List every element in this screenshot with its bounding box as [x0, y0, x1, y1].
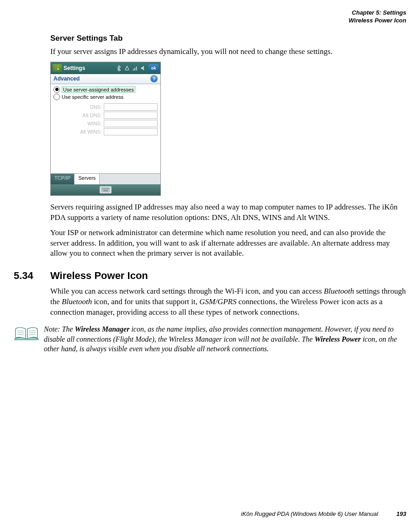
section-534-para: While you can access network card settin… [50, 286, 406, 318]
section-title: Wireless Power Icon [50, 270, 148, 282]
radio-icon [53, 94, 60, 100]
alt-wins-field-row: Alt WINS: [53, 128, 158, 135]
svg-rect-3 [57, 68, 59, 70]
alt-dns-label: Alt DNS: [76, 113, 102, 118]
server-settings-para2: Servers requiring assigned IP addresses … [50, 202, 406, 223]
svg-rect-7 [101, 188, 110, 192]
svg-rect-9 [104, 188, 105, 189]
svg-rect-8 [102, 188, 103, 189]
radio-server-assigned[interactable]: Use server-assigned addresses [53, 86, 158, 93]
svg-rect-10 [105, 188, 106, 189]
bluetooth-icon[interactable] [116, 65, 122, 71]
tray-icons [116, 65, 147, 71]
server-settings-para3: Your ISP or network administrator can de… [50, 228, 406, 259]
connection-icon[interactable] [124, 65, 130, 71]
bluetooth-term: Bluetooth [324, 287, 354, 295]
svg-rect-5 [134, 68, 135, 70]
settings-screenshot: Settings ok Advanced ? Use server-assign… [50, 62, 161, 196]
nb1: Wireless Manager [75, 325, 130, 333]
settings-body: Use server-assigned addresses Use specif… [51, 84, 160, 173]
svg-rect-6 [136, 66, 137, 70]
nt1: The [62, 325, 75, 333]
page-header: Chapter 5: Settings Wireless Power Icon [14, 9, 406, 25]
section-ref-label: Wireless Power Icon [14, 17, 406, 25]
wins-input[interactable] [104, 120, 158, 127]
dns-label: DNS: [76, 104, 102, 110]
wins-field-row: WINS: [53, 120, 158, 127]
section-534-heading: 5.34 Wireless Power Icon [14, 270, 406, 282]
dns-input[interactable] [104, 103, 158, 111]
note-book-icon [14, 324, 39, 354]
ok-button[interactable]: ok [149, 64, 159, 72]
titlebar: Settings ok [51, 62, 160, 74]
radio-label: Use specific server address [62, 94, 123, 100]
alt-wins-input[interactable] [104, 128, 158, 135]
start-icon[interactable] [53, 64, 62, 72]
radio-icon [53, 86, 60, 93]
tab-servers[interactable]: Servers [74, 174, 100, 184]
nb2: Wireless Power [314, 335, 361, 343]
note-block: Note: The Wireless Manager icon, as the … [14, 324, 406, 354]
alt-wins-label: Alt WINS: [76, 129, 102, 134]
svg-rect-0 [55, 65, 57, 67]
softkey-bar [51, 184, 160, 195]
alt-dns-field-row: Alt DNS: [53, 112, 158, 119]
tab-header: Advanced ? [51, 74, 160, 84]
svg-rect-13 [103, 190, 108, 191]
radio-label: Use server-assigned addresses [62, 86, 135, 93]
svg-rect-11 [106, 188, 107, 189]
server-settings-heading: Server Settings Tab [50, 34, 406, 43]
page-footer: iKôn Rugged PDA (Windows Mobile 6) User … [14, 510, 406, 517]
tab-header-label: Advanced [53, 75, 80, 82]
p3: icon, and for units that support it, [92, 297, 199, 306]
page-number: 193 [396, 510, 406, 517]
chapter-label: Chapter 5: Settings [14, 9, 406, 17]
help-icon[interactable]: ? [150, 75, 158, 82]
dns-field-row: DNS: [53, 103, 158, 111]
window-title: Settings [64, 65, 114, 71]
alt-dns-input[interactable] [104, 112, 158, 119]
svg-rect-1 [57, 65, 59, 67]
signal-icon[interactable] [132, 65, 138, 71]
note-text: Note: The Wireless Manager icon, as the … [44, 324, 406, 354]
p1: While you can access network card settin… [50, 287, 324, 295]
svg-rect-2 [55, 68, 57, 70]
gsm-term: GSM/GPRS [199, 297, 236, 306]
volume-icon[interactable] [140, 65, 147, 71]
svg-rect-12 [108, 188, 109, 189]
server-settings-intro: If your server assigns IP addresses dyna… [50, 47, 406, 57]
wins-label: WINS: [76, 121, 102, 126]
section-number: 5.34 [14, 270, 50, 282]
radio-specific-address[interactable]: Use specific server address [53, 93, 158, 101]
bluetooth-term2: Bluetooth [62, 297, 92, 306]
bottom-tabs: TCP/IP Servers [51, 173, 160, 184]
tab-tcpip[interactable]: TCP/IP [51, 174, 74, 184]
svg-rect-4 [133, 69, 134, 70]
keyboard-icon[interactable] [100, 186, 112, 193]
manual-title: iKôn Rugged PDA (Windows Mobile 6) User … [241, 510, 378, 517]
note-prefix: Note: [44, 325, 62, 333]
